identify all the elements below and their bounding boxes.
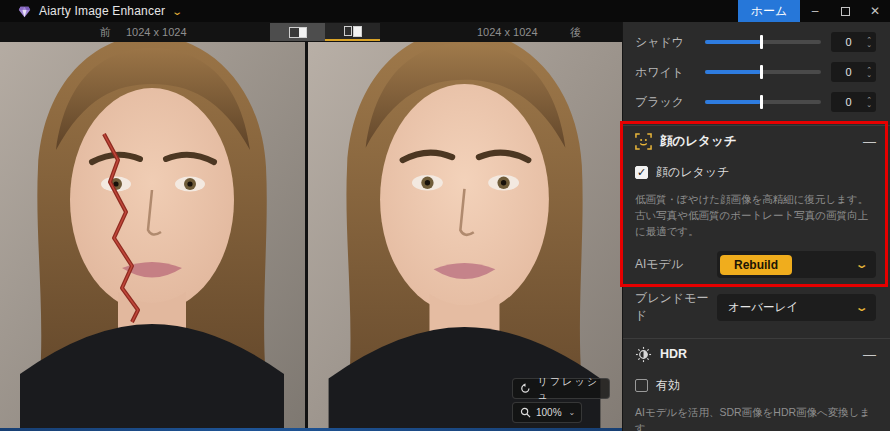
face-retouch-body: 顔のレタッチ 低画質・ぼやけた顔画像を高精細に復元します。 古い写真や低画質のポ… bbox=[623, 164, 890, 324]
home-button[interactable]: ホーム bbox=[738, 0, 800, 22]
side-by-side-view-button[interactable] bbox=[325, 23, 380, 41]
zoom-value: 100% bbox=[536, 407, 562, 418]
refresh-icon bbox=[520, 383, 531, 394]
face-retouch-description: 低画質・ぼやけた顔画像を高精細に復元します。 古い写真や低画質のポートレート写真… bbox=[635, 191, 876, 239]
black-value-box[interactable]: 0 ⌃⌄ bbox=[831, 92, 876, 112]
refresh-label: リフレッシュ bbox=[538, 375, 609, 403]
after-image bbox=[308, 22, 622, 428]
shadow-slider-row: シャドウ 0 ⌃⌄ bbox=[623, 27, 890, 57]
white-value-box[interactable]: 0 ⌃⌄ bbox=[831, 62, 876, 82]
hdr-checkbox[interactable] bbox=[635, 379, 648, 392]
close-button[interactable]: ✕ bbox=[860, 0, 890, 22]
hdr-body: 有効 AIモデルを活用、SDR画像をHDR画像へ変換します。 カラー機能と併用す… bbox=[623, 377, 890, 431]
shadow-stepper[interactable]: ⌃⌄ bbox=[866, 37, 872, 47]
zoom-chevron-icon: ⌄ bbox=[569, 408, 576, 417]
hdr-description: AIモデルを活用、SDR画像をHDR画像へ変換します。 カラー機能と併用すること… bbox=[635, 404, 876, 431]
refresh-button[interactable]: リフレッシュ bbox=[512, 378, 610, 399]
maximize-icon bbox=[841, 7, 850, 16]
shadow-label: シャドウ bbox=[635, 34, 705, 51]
shadow-slider-thumb[interactable] bbox=[760, 35, 763, 49]
before-label: 前 bbox=[100, 22, 111, 42]
face-retouch-collapse-icon[interactable]: — bbox=[863, 134, 876, 149]
black-value[interactable]: 0 bbox=[831, 96, 866, 108]
app-window: Aiarty Image Enhancer ⌄ ホーム – ✕ bbox=[0, 0, 890, 431]
hdr-title: HDR bbox=[660, 347, 863, 361]
after-label: 後 bbox=[570, 22, 581, 42]
blend-mode-selected: オーバーレイ bbox=[728, 300, 798, 315]
shadow-slider[interactable] bbox=[705, 40, 821, 44]
white-slider-row: ホワイト 0 ⌃⌄ bbox=[623, 57, 890, 87]
ai-model-selected: Rebuild bbox=[720, 255, 792, 275]
maximize-button[interactable] bbox=[830, 0, 860, 22]
chevron-down-icon: ⌄ bbox=[854, 258, 868, 271]
face-retouch-checkbox[interactable] bbox=[635, 166, 648, 179]
after-size: 1024 x 1024 bbox=[477, 22, 538, 42]
view-mode-toggle bbox=[270, 23, 380, 41]
before-image bbox=[0, 22, 305, 428]
face-retouch-header[interactable]: 顔のレタッチ — bbox=[623, 126, 890, 156]
hdr-enable-label: 有効 bbox=[656, 377, 680, 394]
face-retouch-enable-label: 顔のレタッチ bbox=[656, 164, 729, 181]
black-slider-thumb[interactable] bbox=[760, 95, 763, 109]
ai-model-label: AIモデル bbox=[635, 256, 717, 273]
before-size: 1024 x 1024 bbox=[126, 22, 187, 42]
split-view-icon bbox=[289, 27, 307, 38]
minimize-button[interactable]: – bbox=[800, 0, 830, 22]
compare-strip: 前 1024 x 1024 1024 x 1024 後 bbox=[0, 22, 622, 42]
face-retouch-enable-row[interactable]: 顔のレタッチ bbox=[635, 164, 876, 181]
ai-model-dropdown[interactable]: Rebuild ⌄ bbox=[717, 251, 876, 278]
app-title: Aiarty Image Enhancer bbox=[39, 4, 165, 18]
white-value[interactable]: 0 bbox=[831, 66, 866, 78]
white-label: ホワイト bbox=[635, 64, 705, 81]
split-view-button[interactable] bbox=[270, 23, 325, 41]
chevron-down-icon: ⌄ bbox=[854, 301, 868, 314]
white-stepper[interactable]: ⌃⌄ bbox=[866, 67, 872, 77]
shadow-value[interactable]: 0 bbox=[831, 36, 866, 48]
black-stepper[interactable]: ⌃⌄ bbox=[866, 97, 872, 107]
app-menu-chevron-icon[interactable]: ⌄ bbox=[172, 6, 184, 17]
ai-model-row: AIモデル Rebuild ⌄ bbox=[635, 251, 876, 278]
blend-mode-dropdown[interactable]: オーバーレイ ⌄ bbox=[717, 294, 876, 321]
white-slider[interactable] bbox=[705, 70, 821, 74]
face-detect-icon bbox=[635, 133, 652, 150]
black-label: ブラック bbox=[635, 94, 705, 111]
hdr-enable-row[interactable]: 有効 bbox=[635, 377, 876, 394]
hdr-icon bbox=[635, 346, 652, 363]
shadow-value-box[interactable]: 0 ⌃⌄ bbox=[831, 32, 876, 52]
blend-mode-row: ブレンドモード オーバーレイ ⌄ bbox=[635, 290, 876, 324]
side-by-side-icon bbox=[344, 26, 362, 37]
app-logo-icon bbox=[18, 5, 31, 18]
black-slider-row: ブラック 0 ⌃⌄ bbox=[623, 87, 890, 117]
hdr-collapse-icon[interactable]: — bbox=[863, 347, 876, 362]
title-bar: Aiarty Image Enhancer ⌄ ホーム – ✕ bbox=[0, 0, 890, 22]
face-retouch-title: 顔のレタッチ bbox=[660, 133, 863, 150]
white-slider-thumb[interactable] bbox=[760, 65, 763, 79]
hdr-header[interactable]: HDR — bbox=[623, 339, 890, 369]
settings-panel: シャドウ 0 ⌃⌄ ホワイト 0 ⌃⌄ ブラック bbox=[622, 22, 890, 431]
black-slider[interactable] bbox=[705, 100, 821, 104]
magnifier-icon bbox=[520, 407, 531, 418]
blend-mode-label: ブレンドモード bbox=[635, 290, 717, 324]
zoom-control[interactable]: 100% ⌄ bbox=[512, 402, 582, 423]
